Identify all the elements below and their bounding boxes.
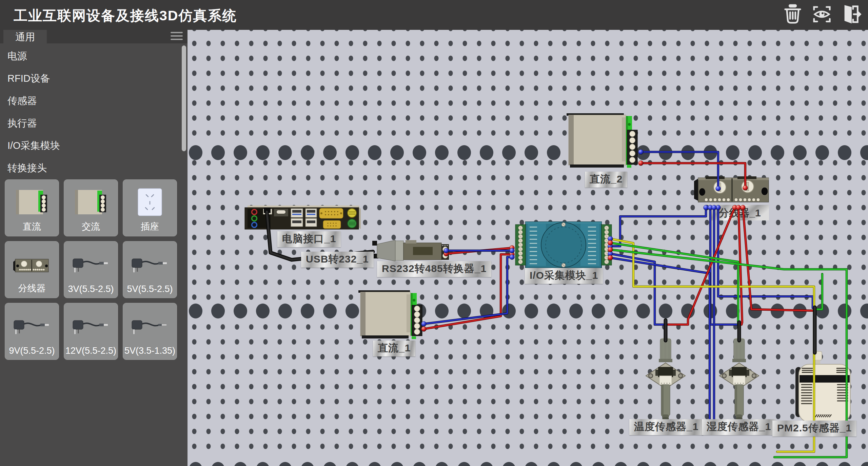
wire-connector-ball[interactable] — [638, 150, 644, 155]
sidebar-item-执行器[interactable]: 执行器 — [0, 112, 180, 134]
palette-item-12V(5.5-2.5)[interactable]: 12V(5.5-2.5) — [64, 303, 118, 360]
palette-item-分线器[interactable]: 分线器 — [5, 241, 59, 298]
hamburger-menu-icon[interactable] — [171, 30, 183, 41]
adapter-thumbnail — [11, 310, 53, 346]
adapter_thin-thumbnail — [129, 310, 171, 346]
palette-item-label: 12V(5.5-2.5) — [65, 346, 116, 356]
palette-item-5V(5.5-2.5)[interactable]: 5V(5.5-2.5) — [123, 241, 177, 298]
dc-thumbnail — [11, 185, 53, 220]
palette-item-label: 插座 — [141, 220, 159, 233]
wire-connector-ball[interactable] — [712, 205, 717, 210]
device-conv1[interactable] — [372, 240, 449, 261]
canvas-3d-view[interactable]: 分线器_1 直流_2电脑接口_1RS232转485转换器_1USB转232_1I… — [188, 30, 868, 466]
wire-connector-ball[interactable] — [608, 247, 613, 252]
wire-connector-ball[interactable] — [743, 186, 748, 191]
wire-connector-ball[interactable] — [608, 255, 613, 260]
wire-connector-ball[interactable] — [716, 186, 721, 191]
device-io1[interactable] — [515, 222, 612, 268]
wire-connector-ball[interactable] — [510, 255, 515, 260]
palette-item-label: 交流 — [82, 220, 100, 233]
app-root: 工业互联网设备及接线3D仿真系统 通用 电源RFID设备传感器执行器I/O采集模… — [0, 0, 868, 466]
palette-item-3V(5.5-2.5)[interactable]: 3V(5.5-2.5) — [64, 241, 118, 298]
device-dc1[interactable] — [358, 290, 422, 339]
tab-general[interactable]: 通用 — [3, 30, 47, 43]
adapter-thumbnail — [70, 248, 112, 284]
palette-item-label: 直流 — [23, 220, 41, 233]
exit-button[interactable] — [840, 3, 862, 26]
sidebar-item-传感器[interactable]: 传感器 — [0, 90, 180, 112]
palette-item-label: 3V(5.5-2.5) — [68, 284, 114, 294]
trash-button[interactable] — [782, 3, 804, 26]
wire-connector-ball[interactable] — [741, 205, 746, 210]
sidebar-menu: 电源RFID设备传感器执行器I/O采集模块转换接头 — [0, 45, 180, 179]
device-splitter1[interactable] — [694, 176, 769, 202]
wire-connector-ball[interactable] — [421, 322, 427, 327]
sidebar-item-电源[interactable]: 电源 — [0, 45, 180, 67]
exit-icon — [841, 3, 862, 27]
sidebar-tabstrip: 通用 — [0, 30, 188, 43]
scene-svg: 分线器_1 — [188, 30, 868, 466]
sidebar: 通用 电源RFID设备传感器执行器I/O采集模块转换接头 直流交流插座分线器3V… — [0, 30, 188, 466]
wire-connector-ball[interactable] — [608, 240, 613, 246]
wire-connector-ball[interactable] — [510, 248, 515, 253]
title-bar: 工业互联网设备及接线3D仿真系统 — [0, 0, 868, 30]
sidebar-item-I/O采集模块[interactable]: I/O采集模块 — [0, 134, 180, 157]
palette-item-9V(5.5-2.5)[interactable]: 9V(5.5-2.5) — [5, 303, 59, 360]
splitter-thumbnail — [11, 246, 53, 282]
adapter-thumbnail — [70, 310, 112, 346]
view-icon — [811, 3, 832, 27]
palette-item-label: 分线器 — [18, 282, 46, 294]
view-button[interactable] — [811, 3, 833, 26]
palette-item-label: 9V(5.5-2.5) — [9, 346, 55, 356]
adapter-thumbnail — [129, 248, 171, 284]
sidebar-item-RFID设备[interactable]: RFID设备 — [0, 67, 180, 90]
palette-item-插座[interactable]: 插座 — [123, 179, 177, 236]
sidebar-scrollbar[interactable] — [182, 45, 186, 151]
device-pc1[interactable] — [245, 206, 361, 229]
dc-thumbnail — [70, 185, 112, 220]
socket-thumbnail — [129, 185, 171, 220]
wire-connector-ball[interactable] — [444, 248, 449, 253]
wire-connector-ball[interactable] — [638, 161, 644, 166]
palette-item-直流[interactable]: 直流 — [5, 179, 59, 236]
device-dc2[interactable] — [567, 113, 637, 168]
toolbar — [782, 3, 862, 26]
app-title: 工业互联网设备及接线3D仿真系统 — [14, 0, 237, 30]
palette-item-5V(3.5-1.35)[interactable]: 5V(3.5-1.35) — [123, 303, 177, 360]
wire-connector-ball[interactable] — [421, 327, 427, 332]
palette-item-label: 5V(3.5-1.35) — [124, 346, 175, 356]
trash-icon — [782, 3, 803, 27]
device-palette: 直流交流插座分线器3V(5.5-2.5)5V(5.5-2.5)9V(5.5-2.… — [5, 179, 183, 360]
sidebar-item-转换接头[interactable]: 转换接头 — [0, 157, 180, 179]
palette-item-交流[interactable]: 交流 — [64, 179, 118, 236]
palette-item-label: 5V(5.5-2.5) — [127, 284, 173, 294]
